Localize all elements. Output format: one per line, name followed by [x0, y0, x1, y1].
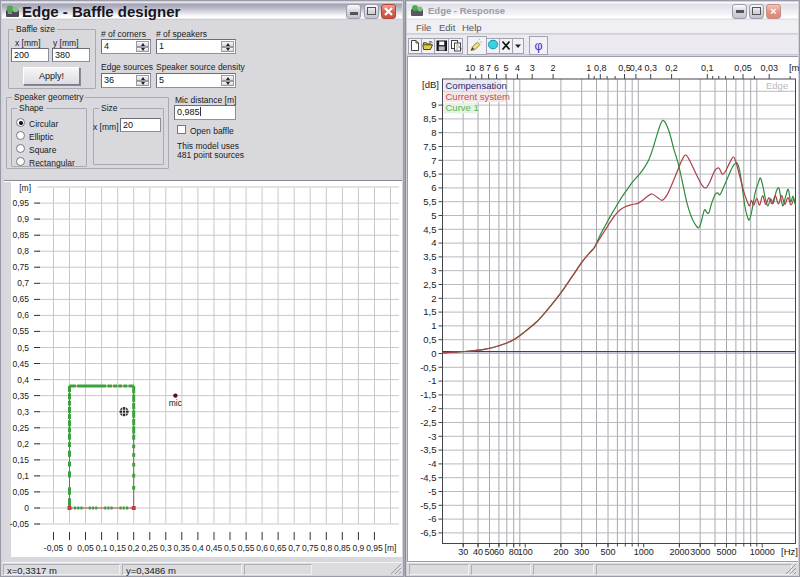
- svg-text:200: 200: [553, 547, 568, 557]
- svg-text:[dB]: [dB]: [422, 79, 439, 90]
- svg-text:mic: mic: [169, 398, 183, 408]
- svg-text:0,4: 0,4: [192, 543, 204, 553]
- svg-text:0,1: 0,1: [17, 471, 29, 481]
- svg-text:2000: 2000: [669, 547, 689, 557]
- svg-text:60: 60: [494, 547, 504, 557]
- svg-text:0,65: 0,65: [270, 543, 287, 553]
- svg-text:[m]: [m]: [19, 183, 31, 193]
- svg-text:0,65: 0,65: [12, 294, 29, 304]
- svg-text:0,15: 0,15: [12, 455, 29, 465]
- svg-text:-1: -1: [428, 375, 436, 386]
- svg-text:0,95: 0,95: [366, 543, 383, 553]
- svg-text:7,5: 7,5: [423, 141, 436, 152]
- svg-text:7: 7: [486, 63, 491, 73]
- svg-text:2: 2: [431, 293, 436, 304]
- svg-text:0,35: 0,35: [12, 391, 29, 401]
- svg-text:-6: -6: [428, 513, 436, 524]
- svg-text:9: 9: [431, 99, 436, 110]
- svg-text:3000: 3000: [690, 547, 710, 557]
- svg-text:0,85: 0,85: [12, 230, 29, 240]
- svg-text:8,5: 8,5: [423, 113, 436, 124]
- svg-text:0,5: 0,5: [224, 543, 236, 553]
- svg-text:1: 1: [586, 63, 591, 73]
- svg-text:0,25: 0,25: [142, 543, 159, 553]
- svg-text:0,25: 0,25: [12, 423, 29, 433]
- svg-text:Compensation: Compensation: [446, 80, 507, 91]
- svg-text:0: 0: [431, 348, 436, 359]
- svg-text:0,45: 0,45: [12, 359, 29, 369]
- svg-text:-5: -5: [428, 486, 436, 497]
- svg-text:3: 3: [431, 265, 436, 276]
- svg-text:0,55: 0,55: [12, 326, 29, 336]
- svg-text:Current system: Current system: [446, 91, 510, 102]
- svg-text:0,75: 0,75: [302, 543, 319, 553]
- svg-text:0,75: 0,75: [12, 262, 29, 272]
- svg-text:0,3: 0,3: [17, 407, 29, 417]
- svg-text:0,8: 0,8: [17, 246, 29, 256]
- svg-text:1: 1: [431, 320, 436, 331]
- svg-text:-5,5: -5,5: [420, 500, 436, 511]
- svg-text:φ: φ: [534, 39, 542, 53]
- svg-text:0,3: 0,3: [644, 63, 657, 73]
- svg-text:-3,5: -3,5: [420, 444, 436, 455]
- svg-text:0,03: 0,03: [760, 63, 778, 73]
- svg-text:-6,5: -6,5: [420, 527, 436, 538]
- svg-text:5: 5: [503, 63, 508, 73]
- svg-text:0,05: 0,05: [77, 543, 94, 553]
- svg-text:-4,5: -4,5: [420, 472, 436, 483]
- svg-text:4: 4: [431, 237, 436, 248]
- svg-text:-0,05: -0,05: [10, 519, 30, 529]
- svg-text:4,5: 4,5: [423, 224, 436, 235]
- svg-text:-0,05: -0,05: [44, 543, 64, 553]
- svg-text:1,5: 1,5: [423, 306, 436, 317]
- svg-text:0,5: 0,5: [17, 343, 29, 353]
- svg-text:0,55: 0,55: [238, 543, 255, 553]
- svg-text:-0,5: -0,5: [420, 362, 436, 373]
- svg-text:[m]: [m]: [385, 543, 397, 553]
- svg-text:6,5: 6,5: [423, 168, 436, 179]
- svg-text:0: 0: [24, 503, 29, 513]
- svg-text:300: 300: [574, 547, 589, 557]
- svg-text:7: 7: [431, 155, 436, 166]
- svg-text:5: 5: [431, 210, 436, 221]
- svg-text:-2: -2: [428, 403, 436, 414]
- svg-text:0,05: 0,05: [734, 63, 752, 73]
- svg-text:[Hz]: [Hz]: [781, 546, 798, 557]
- svg-text:4: 4: [515, 63, 520, 73]
- svg-text:2: 2: [551, 63, 556, 73]
- svg-text:500: 500: [600, 547, 615, 557]
- svg-text:0,9: 0,9: [352, 543, 364, 553]
- svg-text:100: 100: [518, 547, 533, 557]
- svg-text:3,5: 3,5: [423, 251, 436, 262]
- svg-text:-4: -4: [428, 458, 436, 469]
- svg-text:0,6: 0,6: [256, 543, 268, 553]
- svg-text:-1,5: -1,5: [420, 389, 436, 400]
- svg-text:10: 10: [465, 63, 475, 73]
- svg-text:0,6: 0,6: [17, 310, 29, 320]
- svg-text:[m]: [m]: [789, 62, 800, 73]
- svg-text:0,2: 0,2: [17, 439, 29, 449]
- svg-text:6: 6: [494, 63, 499, 73]
- svg-text:Curve 1: Curve 1: [446, 102, 479, 113]
- svg-text:30: 30: [458, 547, 468, 557]
- svg-text:3: 3: [530, 63, 535, 73]
- svg-text:0,85: 0,85: [334, 543, 351, 553]
- svg-text:-2,5: -2,5: [420, 417, 436, 428]
- svg-text:0,1: 0,1: [701, 63, 714, 73]
- svg-text:Edge: Edge: [766, 80, 788, 91]
- svg-text:0,8: 0,8: [594, 63, 607, 73]
- svg-text:-3: -3: [428, 431, 436, 442]
- svg-text:0,2: 0,2: [665, 63, 678, 73]
- svg-text:1000: 1000: [634, 547, 654, 557]
- svg-text:0,5: 0,5: [423, 334, 436, 345]
- svg-text:0,3: 0,3: [160, 543, 172, 553]
- svg-text:0,4: 0,4: [17, 375, 29, 385]
- svg-text:0,9: 0,9: [17, 214, 29, 224]
- svg-text:40: 40: [473, 547, 483, 557]
- svg-text:0: 0: [67, 543, 72, 553]
- svg-text:8: 8: [479, 63, 484, 73]
- svg-text:0,45: 0,45: [206, 543, 223, 553]
- svg-text:8: 8: [431, 127, 436, 138]
- svg-text:0,95: 0,95: [12, 198, 29, 208]
- svg-text:0,7: 0,7: [17, 278, 29, 288]
